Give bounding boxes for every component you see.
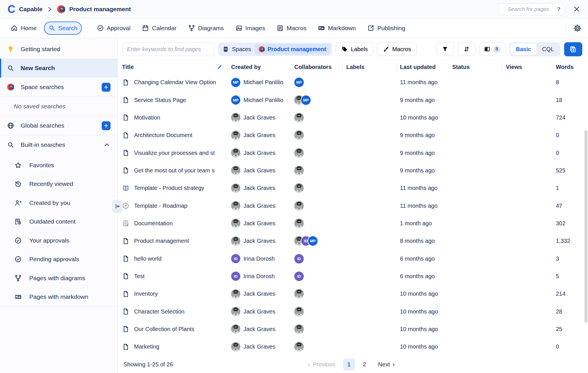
- global-search-input[interactable]: [502, 6, 555, 12]
- add-space-search-button[interactable]: [102, 83, 111, 92]
- column-header-last-updated[interactable]: Last updated: [396, 60, 448, 74]
- column-header-views[interactable]: Views: [502, 60, 552, 74]
- star-icon: [14, 161, 22, 169]
- table-row[interactable]: Character SelectionJack Graves10 months …: [118, 303, 588, 320]
- sidebar-item-global-searches[interactable]: Global searches: [0, 116, 117, 135]
- app-name[interactable]: Capable: [19, 6, 42, 13]
- page-number-1[interactable]: 1: [343, 359, 355, 370]
- sidebar-item-built-in-searches[interactable]: Built-in searches: [0, 135, 117, 154]
- nav-item-home[interactable]: Home: [6, 22, 41, 35]
- table-row[interactable]: MotivationJack Graves10 months ago724: [118, 109, 588, 126]
- page-icon: [122, 149, 129, 157]
- sidebar-item-pending-approvals[interactable]: Pending approvals: [0, 250, 117, 269]
- tab-cql[interactable]: CQL: [537, 43, 559, 55]
- table-row[interactable]: MarketingJack Graves10 months ago0: [118, 338, 588, 355]
- table-row[interactable]: Service Status PageMPMichael PanlilioMP9…: [118, 91, 588, 109]
- nav-item-images[interactable]: Images: [231, 22, 270, 35]
- sidebar-item-pages-with-markdown[interactable]: Pages with markdown: [0, 288, 117, 307]
- creator-name: Michael Panlilio: [243, 97, 283, 103]
- sidebar-item-space-searches[interactable]: Space searches: [0, 78, 117, 97]
- sidebar-item-your-approvals[interactable]: Your approvals: [0, 231, 117, 250]
- page-title-link[interactable]: Product management: [134, 238, 189, 244]
- labels-filter-button[interactable]: Labels: [336, 43, 373, 56]
- next-page-button[interactable]: Next ›: [378, 361, 395, 368]
- macros-filter-button[interactable]: Macros: [377, 43, 417, 56]
- spaces-filter-button[interactable]: Spaces: [222, 46, 251, 53]
- cell-last-updated: 11 months ago: [396, 79, 448, 86]
- table-row[interactable]: Visualize your processes and stJack Grav…: [118, 144, 588, 161]
- page-title-link[interactable]: Marketing: [134, 343, 159, 350]
- table-row[interactable]: Architecture DocumentJack Graves9 months…: [118, 126, 588, 144]
- page-title-link[interactable]: Documentation: [134, 220, 173, 227]
- columns-button[interactable]: 8: [479, 43, 506, 56]
- table-row[interactable]: Our Collection of PlantsJack Graves10 mo…: [118, 320, 588, 338]
- page-title-link[interactable]: Template - Product strategy: [134, 185, 204, 191]
- page-number-2[interactable]: 2: [359, 359, 370, 370]
- page-title-link[interactable]: Character Selection: [134, 308, 185, 315]
- table-row[interactable]: Get the most out of your team sJack Grav…: [118, 162, 588, 179]
- breadcrumb-space-name[interactable]: Product management: [69, 6, 131, 13]
- table-row[interactable]: InventoryJack Graves10 months ago214: [118, 285, 588, 303]
- nav-item-calendar[interactable]: Calendar: [138, 22, 181, 35]
- nav-item-macros[interactable]: Macros: [272, 22, 311, 35]
- filter-button[interactable]: [436, 43, 454, 56]
- page-title-link[interactable]: Test: [134, 273, 145, 280]
- page-title-link[interactable]: Changing Calendar View Option: [134, 79, 216, 86]
- page-icon: [122, 325, 129, 333]
- table-row[interactable]: Template - RoadmapJack Graves11 months a…: [118, 197, 588, 214]
- table-row[interactable]: Template - Product strategyJack Graves11…: [118, 179, 588, 197]
- previous-page-button[interactable]: ‹ Previous: [308, 361, 335, 368]
- capable-logo-icon[interactable]: C: [7, 4, 15, 15]
- cell-words: 3: [552, 255, 588, 262]
- add-global-search-button[interactable]: [102, 121, 111, 130]
- table-row[interactable]: Product managementJack GravesIDMP8 month…: [118, 232, 588, 250]
- column-header-words[interactable]: Words: [552, 60, 588, 74]
- sidebar-item-outdated-content[interactable]: Outdated content: [0, 212, 117, 231]
- page-title-link[interactable]: hello world: [134, 255, 162, 262]
- global-search-box[interactable]: ?: [498, 3, 564, 15]
- edit-title-column-icon[interactable]: [216, 64, 223, 70]
- nav-item-search[interactable]: Search: [44, 22, 82, 35]
- vertical-scrollbar-thumb[interactable]: [585, 130, 587, 323]
- close-icon[interactable]: [573, 5, 581, 13]
- collaborator-avatar: [294, 148, 304, 158]
- page-title-link[interactable]: Our Collection of Plants: [134, 326, 194, 332]
- page-title-link[interactable]: Service Status Page: [134, 97, 186, 103]
- save-search-button[interactable]: [564, 42, 582, 56]
- page-title-link[interactable]: Architecture Document: [134, 132, 192, 139]
- page-title-link[interactable]: Motivation: [134, 114, 160, 121]
- column-header-created-by[interactable]: Created by: [227, 60, 291, 74]
- sidebar-item-getting-started[interactable]: Getting started: [0, 40, 117, 59]
- table-row[interactable]: TestIDIrina DoroshID6 months ago5: [118, 268, 588, 285]
- nav-item-publishing[interactable]: Publishing: [363, 22, 409, 35]
- column-header-title[interactable]: Title: [122, 60, 227, 74]
- column-header-labels[interactable]: Labels: [343, 60, 396, 74]
- sidebar-item-favorites[interactable]: Favorites: [0, 156, 117, 175]
- column-header-status[interactable]: Status: [448, 60, 502, 74]
- column-header-collaborators[interactable]: Collaborators: [291, 60, 343, 74]
- sidebar-item-recently-viewed[interactable]: Recently viewed: [0, 175, 117, 194]
- page-title-link[interactable]: Get the most out of your team s: [134, 167, 214, 174]
- keywords-input[interactable]: [122, 43, 214, 56]
- table-row[interactable]: Changing Calendar View OptionMPMichael P…: [118, 74, 588, 91]
- sidebar-item-pages-with-diagrams[interactable]: Pages with diagrams: [0, 269, 117, 288]
- nav-item-markdown[interactable]: Markdown: [314, 22, 360, 35]
- nav-item-approval[interactable]: Approval: [92, 22, 135, 35]
- page-title-link[interactable]: Visualize your processes and st: [134, 150, 215, 156]
- sidebar-item-new-search[interactable]: New Search: [0, 59, 117, 78]
- cell-last-updated: 1 month ago: [396, 220, 448, 227]
- table-row[interactable]: DocumentationJack Graves1 month ago302: [118, 215, 588, 232]
- collaborator-avatar: [294, 130, 304, 140]
- page-title-link[interactable]: Inventory: [134, 291, 158, 297]
- space-filter-chip[interactable]: Product management: [255, 44, 330, 54]
- nav-item-diagrams[interactable]: Diagrams: [184, 22, 228, 35]
- cell-collaborators: MP: [291, 95, 343, 105]
- tab-basic[interactable]: Basic: [510, 43, 537, 55]
- gear-icon[interactable]: [573, 24, 582, 32]
- creator-avatar: [231, 237, 240, 246]
- table-row[interactable]: hello worldIDIrina DoroshID6 months ago3: [118, 250, 588, 267]
- sidebar-item-created-by-you[interactable]: Created by you: [0, 193, 117, 212]
- sidebar-collapse-button[interactable]: [112, 200, 123, 213]
- page-title-link[interactable]: Template - Roadmap: [134, 203, 187, 209]
- sort-button[interactable]: [458, 43, 475, 56]
